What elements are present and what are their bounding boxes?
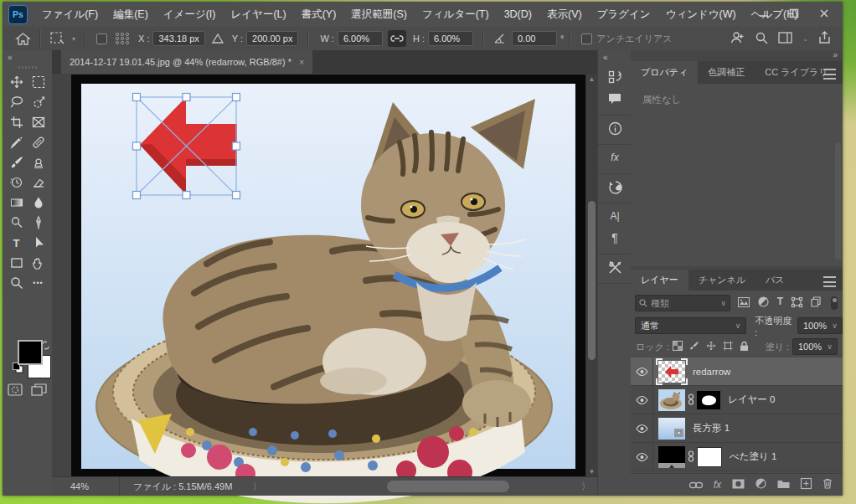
layer-style-icon[interactable]: fx xyxy=(714,479,721,491)
screen-mode-icon[interactable] xyxy=(31,383,47,399)
share-for-review-icon[interactable] xyxy=(730,31,745,46)
layer-name[interactable]: レイヤー 0 xyxy=(728,393,775,406)
hand-tool-icon[interactable] xyxy=(28,255,49,271)
menu-filter[interactable]: フィルター(T) xyxy=(415,8,497,22)
menu-file[interactable]: ファイル(F) xyxy=(34,8,106,22)
quick-selection-tool-icon[interactable] xyxy=(28,94,49,111)
filter-adjustment-layers-icon[interactable] xyxy=(758,296,769,311)
canvas-area[interactable]: ▲ ▼ xyxy=(52,74,597,477)
link-dimensions-icon[interactable] xyxy=(388,30,406,47)
h-input[interactable]: 6.00% xyxy=(428,31,473,46)
filter-pixel-layers-icon[interactable] xyxy=(738,296,750,311)
filter-type-layers-icon[interactable]: T xyxy=(777,296,783,311)
styles-panel-icon[interactable]: fx xyxy=(598,147,632,168)
clone-stamp-tool-icon[interactable] xyxy=(28,154,49,171)
home-icon[interactable] xyxy=(13,33,34,45)
reference-point-grid-icon[interactable] xyxy=(111,32,133,45)
properties-scrollbar[interactable] xyxy=(835,142,841,260)
menu-edit[interactable]: 編集(E) xyxy=(106,8,156,22)
y-input[interactable]: 200.00 px xyxy=(246,31,298,46)
layer-row-redarrow[interactable]: redarrow xyxy=(631,357,843,386)
visibility-eye-icon[interactable] xyxy=(631,414,653,442)
type-tool-icon[interactable]: T xyxy=(6,234,28,251)
workspace-chevron-icon[interactable]: ⌄ xyxy=(802,35,808,43)
x-input[interactable]: 343.18 px xyxy=(152,31,204,46)
edit-toolbar-icon[interactable]: ••• xyxy=(28,275,49,291)
menu-plugins[interactable]: プラグイン xyxy=(590,8,658,22)
character-panel-icon[interactable]: A| xyxy=(598,205,632,227)
eraser-tool-icon[interactable] xyxy=(28,174,49,191)
reference-point-checkbox[interactable] xyxy=(96,33,107,44)
menu-layer[interactable]: レイヤー(L) xyxy=(224,8,294,22)
quick-mask-mode-icon[interactable] xyxy=(8,383,23,399)
paragraph-panel-icon[interactable]: ¶ xyxy=(598,227,632,249)
info-panel-icon[interactable] xyxy=(598,117,632,139)
tools-grip[interactable] xyxy=(18,66,37,69)
share-export-icon[interactable] xyxy=(818,31,831,46)
scroll-down-icon[interactable]: ▼ xyxy=(586,468,597,476)
tool-presets-panel-icon[interactable] xyxy=(598,256,632,278)
layer-thumbnail-photo[interactable] xyxy=(658,389,685,411)
layer-filter-search[interactable]: 種類 ∨ xyxy=(635,295,730,311)
lock-pixels-icon[interactable] xyxy=(689,341,699,352)
horizontal-scrollbar[interactable] xyxy=(268,477,575,496)
lock-position-icon[interactable] xyxy=(706,341,716,352)
filter-shape-layers-icon[interactable] xyxy=(792,296,802,311)
transform-tool-icon[interactable] xyxy=(47,32,69,45)
expand-dock-icon[interactable]: « xyxy=(598,50,632,64)
collapse-tools-icon[interactable]: « xyxy=(3,50,52,64)
visibility-eye-icon[interactable] xyxy=(631,357,653,385)
layer-mask-thumbnail[interactable] xyxy=(697,447,722,467)
lasso-tool-icon[interactable] xyxy=(6,94,28,111)
tool-preset-chevron-icon[interactable]: ▾ xyxy=(69,35,79,43)
add-adjustment-icon[interactable] xyxy=(755,477,766,492)
status-expand-icon[interactable]: 〉 xyxy=(245,481,268,493)
brush-tool-icon[interactable] xyxy=(6,154,28,171)
menu-type[interactable]: 書式(Y) xyxy=(294,8,344,22)
dodge-tool-icon[interactable] xyxy=(6,214,28,231)
zoom-level-field[interactable]: 44% xyxy=(52,481,119,491)
fill-select[interactable]: 100% ∨ xyxy=(792,338,838,355)
layer-name[interactable]: redarrow xyxy=(693,367,730,377)
visibility-eye-icon[interactable] xyxy=(631,443,653,471)
layer-comps-panel-icon[interactable] xyxy=(598,66,632,88)
w-input[interactable]: 6.00% xyxy=(338,31,383,46)
layer-row-solidfill1[interactable]: べた塗り 1 xyxy=(631,443,843,471)
layer-thumbnail-fill[interactable] xyxy=(658,446,685,468)
zoom-tool-icon[interactable] xyxy=(6,275,28,291)
menu-3d[interactable]: 3D(D) xyxy=(497,8,539,20)
photo-document[interactable] xyxy=(71,75,585,478)
maximize-button[interactable] xyxy=(782,4,806,23)
close-button[interactable] xyxy=(812,4,836,23)
layer-mask-thumbnail[interactable] xyxy=(697,391,720,409)
opacity-select[interactable]: 100% ∨ xyxy=(797,317,843,334)
layer-mask-link-icon[interactable] xyxy=(688,393,694,407)
foreground-color-swatch[interactable] xyxy=(18,340,43,365)
spot-healing-brush-tool-icon[interactable] xyxy=(28,134,49,151)
horizontal-scrollbar-thumb[interactable] xyxy=(387,481,509,492)
crop-tool-icon[interactable] xyxy=(6,114,28,131)
minimize-button[interactable] xyxy=(752,4,776,23)
delta-icon[interactable] xyxy=(209,33,227,44)
angle-input[interactable]: 0.00 xyxy=(512,31,557,46)
antialias-checkbox[interactable] xyxy=(581,33,592,44)
menu-select[interactable]: 選択範囲(S) xyxy=(343,8,415,22)
link-layers-icon[interactable] xyxy=(689,477,703,492)
vertical-scrollbar[interactable]: ▲ ▼ xyxy=(585,74,597,477)
document-tab[interactable]: 2014-12-17 19.01.45.jpg @ 44% (redarrow,… xyxy=(61,50,312,74)
filter-toggle-switch[interactable] xyxy=(831,296,838,310)
filter-smart-objects-icon[interactable] xyxy=(811,296,821,311)
history-panel-icon[interactable] xyxy=(598,176,632,198)
scroll-up-icon[interactable]: ▲ xyxy=(586,75,597,83)
new-layer-icon[interactable] xyxy=(801,477,812,492)
visibility-eye-icon[interactable] xyxy=(631,386,653,414)
move-tool-icon[interactable] xyxy=(6,74,28,90)
layer-mask-link-icon[interactable] xyxy=(688,450,694,464)
menu-image[interactable]: イメージ(I) xyxy=(156,8,224,22)
rectangular-marquee-tool-icon[interactable] xyxy=(28,74,49,90)
delete-layer-icon[interactable] xyxy=(822,477,833,492)
pen-tool-icon[interactable] xyxy=(28,214,49,231)
layer-thumbnail-redarrow[interactable] xyxy=(658,361,685,383)
document-close-icon[interactable]: × xyxy=(299,57,304,67)
tab-adjustments[interactable]: 色調補正 xyxy=(698,61,755,84)
